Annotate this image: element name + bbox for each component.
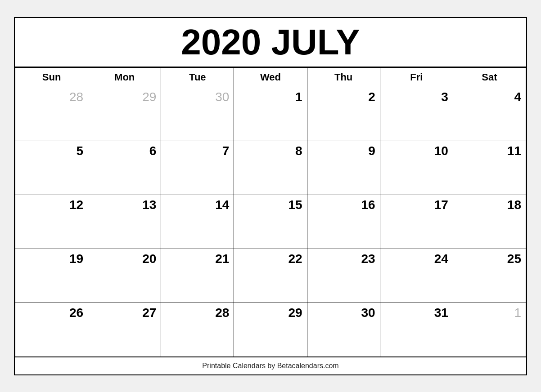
days-of-week-row: SunMonTueWedThuFriSat [15, 67, 526, 87]
day-of-week-header: Tue [161, 67, 234, 87]
calendar-day-cell: 23 [307, 249, 380, 303]
calendar-day-cell: 7 [161, 141, 234, 195]
calendar-day-cell: 1 [234, 87, 307, 141]
day-of-week-header: Mon [88, 67, 161, 87]
calendar-day-cell: 19 [15, 249, 88, 303]
calendar-day-cell: 30 [307, 303, 380, 356]
calendar-day-cell: 29 [88, 87, 161, 141]
calendar-footer: Printable Calendars by Betacalendars.com [15, 357, 526, 374]
calendar-day-cell: 12 [15, 195, 88, 249]
calendar-week-row: 567891011 [15, 141, 526, 195]
calendar-day-cell: 3 [380, 87, 453, 141]
calendar-day-cell: 29 [234, 303, 307, 356]
calendar-day-cell: 18 [453, 195, 526, 249]
calendar-day-cell: 15 [234, 195, 307, 249]
calendar-day-cell: 27 [88, 303, 161, 356]
calendar-day-cell: 30 [161, 87, 234, 141]
calendar-day-cell: 28 [15, 87, 88, 141]
calendar-day-cell: 5 [15, 141, 88, 195]
calendar-day-cell: 8 [234, 141, 307, 195]
calendar-day-cell: 20 [88, 249, 161, 303]
day-of-week-header: Sat [453, 67, 526, 87]
day-of-week-header: Fri [380, 67, 453, 87]
calendar-grid: SunMonTueWedThuFriSat 282930123456789101… [15, 67, 526, 357]
calendar-week-row: 2627282930311 [15, 303, 526, 356]
calendar-day-cell: 1 [453, 303, 526, 356]
calendar-body: 2829301234567891011121314151617181920212… [15, 87, 526, 356]
calendar-week-row: 19202122232425 [15, 249, 526, 303]
day-of-week-header: Thu [307, 67, 380, 87]
calendar-title: 2020 JULY [15, 18, 526, 67]
calendar-day-cell: 9 [307, 141, 380, 195]
calendar-day-cell: 28 [161, 303, 234, 356]
calendar-day-cell: 16 [307, 195, 380, 249]
calendar-day-cell: 2 [307, 87, 380, 141]
calendar-day-cell: 24 [380, 249, 453, 303]
calendar-day-cell: 17 [380, 195, 453, 249]
calendar-day-cell: 10 [380, 141, 453, 195]
day-of-week-header: Sun [15, 67, 88, 87]
calendar-day-cell: 21 [161, 249, 234, 303]
calendar-day-cell: 11 [453, 141, 526, 195]
calendar-day-cell: 4 [453, 87, 526, 141]
day-of-week-header: Wed [234, 67, 307, 87]
calendar-container: 2020 JULY SunMonTueWedThuFriSat 28293012… [14, 17, 527, 375]
calendar-day-cell: 22 [234, 249, 307, 303]
calendar-day-cell: 13 [88, 195, 161, 249]
calendar-day-cell: 14 [161, 195, 234, 249]
calendar-day-cell: 31 [380, 303, 453, 356]
calendar-week-row: 12131415161718 [15, 195, 526, 249]
calendar-day-cell: 25 [453, 249, 526, 303]
calendar-day-cell: 6 [88, 141, 161, 195]
calendar-week-row: 2829301234 [15, 87, 526, 141]
calendar-day-cell: 26 [15, 303, 88, 356]
